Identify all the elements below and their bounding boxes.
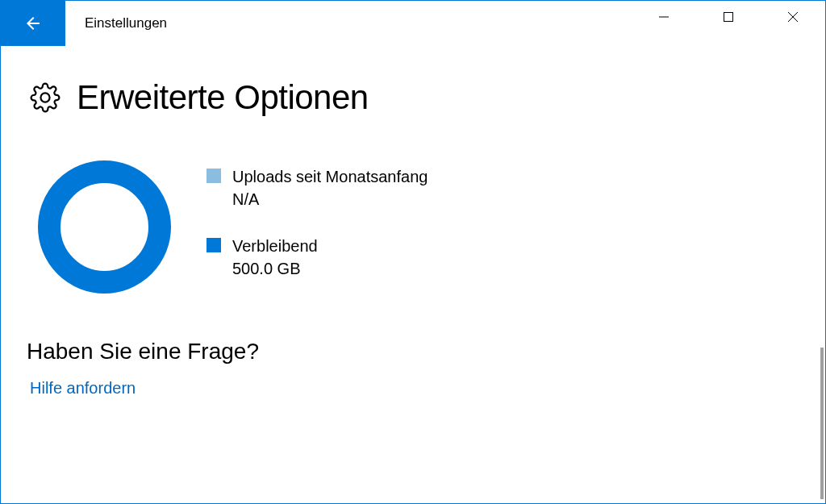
legend-item-uploads: Uploads seit Monatsanfang N/A (206, 165, 428, 210)
swatch-uploads (206, 169, 221, 183)
usage-legend: Uploads seit Monatsanfang N/A Verbleiben… (206, 160, 428, 280)
uploads-label: Uploads seit Monatsanfang (232, 165, 428, 188)
help-heading: Haben Sie eine Frage? (27, 339, 796, 364)
window-title: Einstellungen (85, 15, 167, 31)
close-icon (787, 11, 799, 23)
page-title: Erweiterte Optionen (77, 78, 369, 117)
svg-rect-0 (659, 17, 669, 18)
window-controls (632, 1, 825, 33)
gear-icon (30, 82, 60, 113)
svg-rect-1 (724, 13, 733, 22)
legend-text-remaining: Verbleibend 500.0 GB (232, 235, 318, 280)
close-button[interactable] (761, 1, 825, 33)
content-area: Erweiterte Optionen Uploads seit Monatsa… (1, 46, 825, 398)
usage-section: Uploads seit Monatsanfang N/A Verbleiben… (38, 160, 796, 294)
back-button[interactable] (1, 1, 65, 46)
maximize-icon (723, 11, 734, 23)
usage-donut-chart (38, 160, 171, 294)
scrollbar[interactable] (820, 348, 824, 499)
remaining-label: Verbleibend (232, 235, 318, 257)
legend-text-uploads: Uploads seit Monatsanfang N/A (232, 165, 428, 210)
minimize-button[interactable] (632, 1, 696, 33)
swatch-remaining (206, 238, 221, 252)
remaining-value: 500.0 GB (232, 257, 318, 280)
titlebar: Einstellungen (1, 1, 825, 46)
minimize-icon (658, 11, 670, 23)
legend-item-remaining: Verbleibend 500.0 GB (206, 235, 428, 280)
arrow-left-icon (23, 14, 43, 33)
help-link[interactable]: Hilfe anfordern (30, 379, 796, 398)
maximize-button[interactable] (696, 1, 761, 33)
uploads-value: N/A (232, 188, 428, 210)
page-header: Erweiterte Optionen (30, 78, 796, 117)
